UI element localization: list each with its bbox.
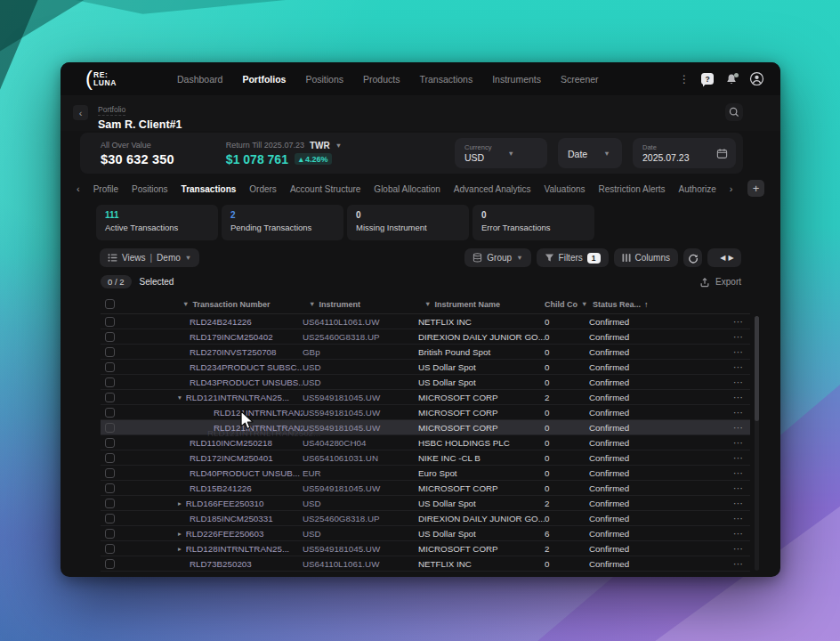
nav-item-transactions[interactable]: Transactions [419, 74, 472, 85]
row-menu-button[interactable]: ⋯ [727, 528, 750, 540]
tab-advanced-analytics[interactable]: Advanced Analytics [454, 184, 531, 194]
nav-item-screener[interactable]: Screener [561, 74, 599, 85]
table-row[interactable]: RLD121INTRNLTRAN250...US5949181045.UWMIC… [101, 405, 750, 420]
table-row[interactable]: RLD270INVST250708GBpBritish Pound Spot0C… [101, 345, 750, 360]
scrollbar-thumb[interactable] [755, 316, 759, 421]
table-row[interactable]: ▸RLD128INTRNLTRAN25...US5949181045.UWMIC… [101, 541, 750, 556]
tab-account-structure[interactable]: Account Structure [290, 184, 360, 194]
row-checkbox[interactable] [105, 317, 115, 327]
sort-caret-icon[interactable]: ▼ [309, 300, 315, 308]
row-menu-button[interactable]: ⋯ [727, 437, 750, 449]
row-checkbox[interactable] [105, 332, 115, 342]
sort-caret-icon[interactable]: ▼ [182, 300, 189, 308]
row-checkbox[interactable] [105, 362, 115, 372]
user-avatar[interactable] [749, 71, 764, 86]
row-menu-button[interactable]: ⋯ [727, 392, 750, 403]
row-menu-button[interactable]: ⋯ [727, 543, 750, 555]
help-icon[interactable]: ? [701, 73, 714, 85]
tabs-scroll-right-icon[interactable]: › [730, 183, 733, 194]
summary-card[interactable]: 2Pending Transactions [222, 205, 343, 240]
more-options-icon[interactable]: ⋮ [679, 73, 690, 85]
table-row[interactable]: RLD110INCM250218US404280CH04HSBC HOLDING… [101, 435, 750, 450]
row-menu-button[interactable]: ⋯ [727, 513, 750, 524]
row-menu-button[interactable]: ⋯ [727, 422, 750, 434]
row-checkbox[interactable] [105, 377, 115, 387]
return-mode[interactable]: TWR [310, 141, 330, 150]
expand-row-icon[interactable]: ▸ [178, 545, 182, 553]
row-checkbox[interactable] [105, 499, 115, 508]
notifications-bell-icon[interactable] [725, 73, 738, 85]
row-checkbox[interactable] [105, 347, 115, 357]
add-tab-button[interactable]: + [747, 180, 764, 197]
tab-profile[interactable]: Profile [93, 184, 118, 194]
row-checkbox[interactable] [105, 468, 115, 478]
row-menu-button[interactable]: ⋯ [727, 331, 750, 343]
row-checkbox[interactable] [105, 393, 115, 402]
table-row[interactable]: RLD185INCM250331US25460G8318.UPDIREXION … [101, 511, 750, 526]
row-checkbox[interactable] [105, 453, 115, 463]
nav-item-instruments[interactable]: Instruments [492, 74, 541, 85]
tab-authorize[interactable]: Authorize [679, 184, 716, 194]
vertical-scrollbar[interactable] [755, 316, 759, 571]
row-checkbox[interactable] [105, 559, 115, 569]
row-menu-button[interactable]: ⋯ [727, 558, 750, 570]
table-row[interactable]: RLD73B250203US64110L1061.UWNETFLIX INC0C… [101, 556, 750, 572]
column-header-instrument-name[interactable]: ▼Instrument Name [418, 300, 545, 309]
tab-positions[interactable]: Positions [132, 184, 168, 194]
table-row[interactable]: ▸RLD166FEE250310USDUS Dollar Spot2Confir… [101, 496, 750, 511]
pager-buttons[interactable]: ◀▶ [707, 248, 741, 267]
column-header-instrument[interactable]: ▼Instrument [303, 300, 418, 309]
chevron-down-icon[interactable]: ▼ [335, 142, 342, 150]
summary-card[interactable]: 0Error Transactions [472, 205, 594, 240]
row-menu-button[interactable]: ⋯ [727, 407, 750, 418]
table-row[interactable]: ▾RLD121INTRNLTRAN25...US5949181045.UWMIC… [101, 390, 750, 405]
column-header-child-co[interactable]: Child Co▼ [545, 300, 589, 309]
collapse-row-icon[interactable]: ▾ [178, 394, 182, 402]
row-menu-button[interactable]: ⋯ [727, 377, 750, 388]
sort-caret-icon[interactable]: ▼ [581, 300, 587, 308]
sort-direction-icon[interactable]: ↑ [644, 300, 649, 309]
table-row[interactable]: RLD43PRODUCT UNSUBS...USDUS Dollar Spot0… [101, 375, 750, 390]
row-checkbox[interactable] [105, 408, 115, 418]
row-checkbox[interactable] [105, 423, 115, 433]
row-checkbox[interactable] [105, 544, 115, 554]
filters-button[interactable]: Filters 1 [537, 248, 609, 267]
expand-row-icon[interactable]: ▸ [178, 499, 182, 507]
summary-card[interactable]: 111Active Transactions [96, 205, 218, 240]
table-row[interactable]: RLD179INCM250402US25460G8318.UPDIREXION … [101, 329, 750, 345]
group-button[interactable]: Group ▼ [464, 248, 530, 267]
tabs-scroll-left-icon[interactable]: ‹ [77, 183, 80, 194]
row-menu-button[interactable]: ⋯ [727, 346, 750, 358]
table-row[interactable]: RLD15B241226US5949181045.UWMICROSOFT COR… [101, 481, 750, 496]
tab-transactions[interactable]: Transactions [182, 184, 237, 194]
app-logo[interactable]: ( RE: LUNA [85, 67, 117, 92]
table-row[interactable]: RLD40PRODUCT UNSUB...EUREuro Spot0Confir… [101, 466, 750, 481]
table-row[interactable]: RLD24B241226US64110L1061.UWNETFLIX INC0C… [101, 314, 750, 329]
nav-item-products[interactable]: Products [363, 74, 400, 85]
tab-valuations[interactable]: Valuations [545, 184, 586, 194]
row-checkbox[interactable] [105, 529, 115, 539]
tab-global-allocation[interactable]: Global Allocation [374, 184, 440, 194]
nav-item-portfolios[interactable]: Portfolios [242, 74, 286, 85]
refresh-button[interactable] [683, 248, 702, 267]
row-menu-button[interactable]: ⋯ [727, 467, 750, 479]
row-menu-button[interactable]: ⋯ [727, 483, 750, 494]
column-header-transaction-number[interactable]: ▼Transaction Number [138, 300, 303, 309]
columns-button[interactable]: Columns [614, 248, 678, 267]
tab-orders[interactable]: Orders [249, 184, 277, 194]
row-checkbox[interactable] [105, 483, 115, 493]
row-menu-button[interactable]: ⋯ [727, 498, 750, 509]
summary-card[interactable]: 0Missing Instrument [347, 205, 469, 240]
nav-item-dashboard[interactable]: Dashboard [177, 74, 222, 85]
expand-row-icon[interactable]: ▸ [178, 530, 182, 538]
back-button[interactable]: ‹ [73, 105, 88, 120]
nav-item-positions[interactable]: Positions [305, 74, 343, 85]
views-select[interactable]: Views | Demo ▼ [100, 248, 199, 267]
table-row[interactable]: RLD121INTRNLTRAN250...US5949181045.UWMIC… [101, 420, 750, 435]
export-button[interactable]: Export [699, 277, 741, 288]
row-checkbox[interactable] [105, 438, 115, 448]
sort-caret-icon[interactable]: ▼ [424, 300, 431, 308]
row-checkbox[interactable] [105, 514, 115, 523]
table-row[interactable]: RLD234PRODUCT SUBSC...USDUS Dollar Spot0… [101, 360, 750, 375]
row-menu-button[interactable]: ⋯ [727, 361, 750, 373]
